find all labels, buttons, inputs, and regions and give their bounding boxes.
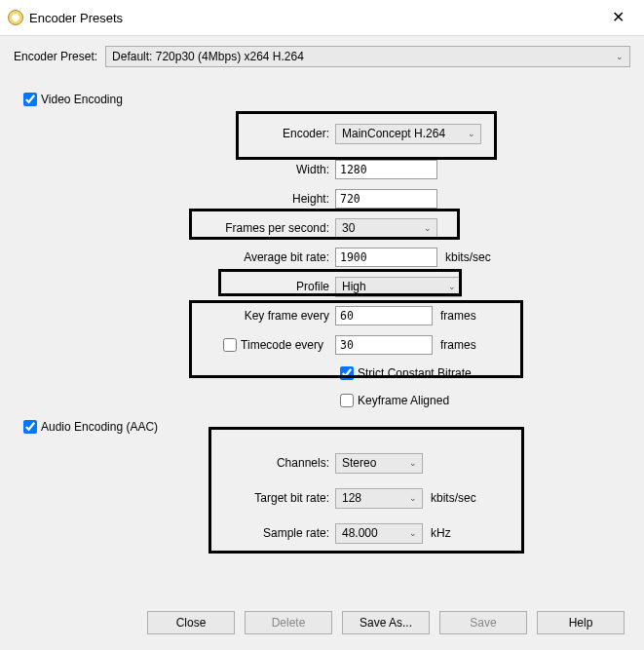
titlebar: Encoder Presets ✕ (0, 0, 644, 36)
avg-bitrate-unit: kbits/sec (445, 250, 491, 264)
highlight-box (189, 300, 523, 378)
help-button[interactable]: Help (537, 611, 625, 634)
video-encoding-label: Video Encoding (41, 93, 123, 106)
close-button[interactable]: Close (147, 611, 235, 634)
width-input[interactable] (335, 160, 437, 179)
button-bar: Close Delete Save As... Save Help (0, 611, 644, 634)
chevron-down-icon: ⌄ (616, 52, 624, 61)
audio-encoding-checkbox[interactable] (23, 420, 37, 434)
encoder-preset-dropdown[interactable]: Default: 720p30 (4Mbps) x264 H.264 ⌄ (105, 46, 630, 67)
app-icon (8, 10, 23, 25)
highlight-box (189, 209, 460, 240)
window-title: Encoder Presets (29, 11, 123, 25)
height-label: Height: (14, 192, 335, 206)
encoder-preset-label: Encoder Preset: (14, 50, 97, 63)
save-as-button[interactable]: Save As... (342, 611, 430, 634)
height-input[interactable] (335, 189, 437, 209)
keyframe-aligned-label: Keyframe Aligned (358, 394, 449, 407)
encoder-preset-value: Default: 720p30 (4Mbps) x264 H.264 (112, 50, 304, 63)
highlight-box (236, 111, 497, 160)
audio-encoding-label: Audio Encoding (AAC) (41, 420, 158, 434)
highlight-box (208, 427, 524, 554)
delete-button[interactable]: Delete (245, 611, 332, 634)
video-encoding-checkbox[interactable] (23, 93, 37, 106)
close-icon[interactable]: ✕ (604, 8, 632, 27)
avg-bitrate-label: Average bit rate: (14, 250, 335, 264)
avg-bitrate-input[interactable] (335, 248, 437, 267)
highlight-box (218, 269, 462, 296)
keyframe-aligned-checkbox[interactable] (340, 394, 354, 407)
save-button[interactable]: Save (439, 611, 527, 634)
width-label: Width: (14, 163, 335, 176)
